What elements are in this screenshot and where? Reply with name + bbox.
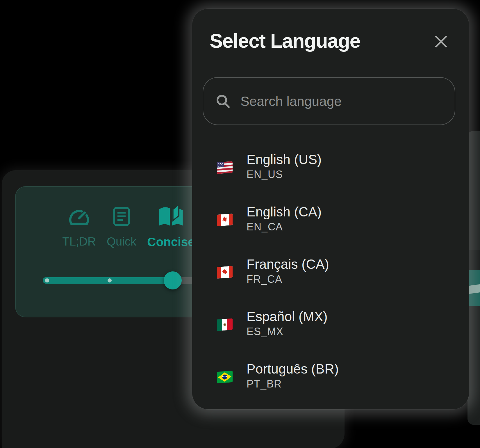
language-row-pt-br[interactable]: Português (BR) PT_BR bbox=[192, 361, 469, 393]
language-name: English (US) bbox=[247, 152, 322, 168]
language-name: English (CA) bbox=[247, 204, 322, 220]
app-screenshot: TL;DR Quick bbox=[0, 0, 480, 448]
summary-option-label: TL;DR bbox=[62, 235, 96, 248]
language-code: PT_BR bbox=[247, 377, 282, 391]
background-card-sliver bbox=[467, 131, 480, 425]
language-row-fr-ca[interactable]: Français (CA) FR_CA bbox=[192, 256, 469, 288]
summary-option-label: Quick bbox=[107, 235, 136, 248]
language-code: EN_CA bbox=[247, 220, 283, 234]
search-icon bbox=[215, 94, 231, 109]
search-box[interactable] bbox=[203, 77, 455, 125]
x-icon bbox=[434, 35, 448, 49]
language-code: ES_MX bbox=[247, 325, 283, 339]
select-language-modal: Select Language bbox=[192, 9, 469, 409]
gauge-icon bbox=[65, 202, 94, 231]
summary-option-tldr[interactable]: TL;DR bbox=[54, 202, 104, 248]
language-code: FR_CA bbox=[247, 272, 282, 286]
slider-handle[interactable] bbox=[164, 271, 182, 289]
canada-flag-icon bbox=[217, 214, 233, 226]
language-name: Français (CA) bbox=[247, 256, 329, 272]
mexico-flag-icon bbox=[217, 319, 233, 330]
language-row-es-mx[interactable]: Español (MX) ES_MX bbox=[192, 309, 469, 341]
language-row-en-ca[interactable]: English (CA) EN_CA bbox=[192, 204, 469, 236]
language-name: Português (BR) bbox=[247, 361, 339, 377]
open-book-icon bbox=[156, 202, 185, 231]
slider-stop bbox=[108, 278, 112, 282]
language-name: Español (MX) bbox=[247, 309, 328, 325]
brazil-flag-icon bbox=[217, 371, 233, 383]
search-input[interactable] bbox=[240, 93, 443, 109]
sliver-dark-band bbox=[467, 250, 480, 270]
modal-title: Select Language bbox=[210, 31, 360, 51]
language-row-en-us[interactable]: English (US) EN_US bbox=[192, 152, 469, 184]
document-icon bbox=[107, 202, 136, 231]
summary-option-quick[interactable]: Quick bbox=[97, 202, 146, 248]
language-code: EN_US bbox=[247, 168, 283, 182]
us-flag-icon bbox=[217, 162, 233, 173]
slider-stop bbox=[45, 278, 49, 282]
close-button[interactable] bbox=[432, 33, 450, 51]
canada-flag-icon bbox=[217, 266, 233, 278]
